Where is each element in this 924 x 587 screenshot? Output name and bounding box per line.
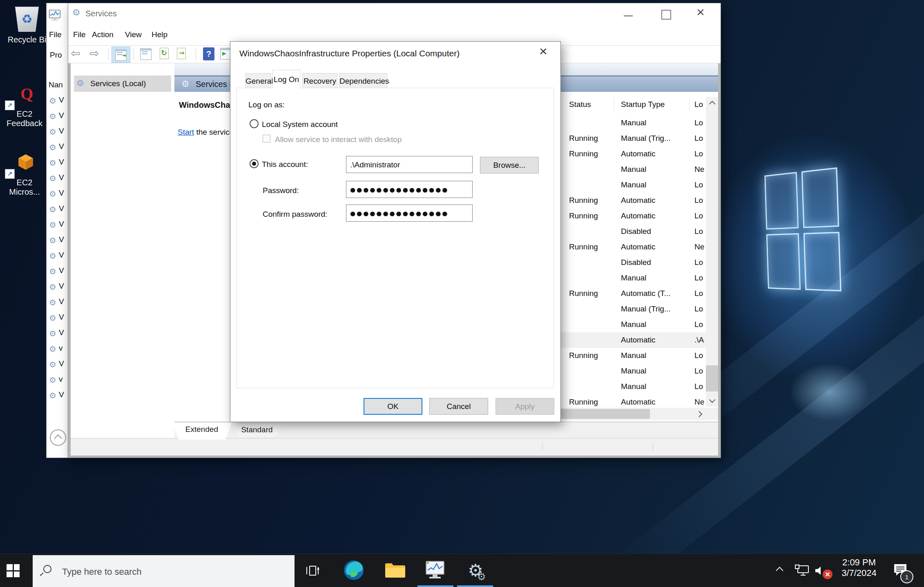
list-item[interactable]: ⚙V — [47, 313, 68, 328]
list-item[interactable]: ⚙V — [47, 251, 68, 266]
vertical-scrollbar[interactable] — [706, 97, 718, 407]
perfmon-window-icon — [48, 9, 62, 22]
desktop-icon-ec2-feedback[interactable]: Q ↗ EC2 Feedback — [2, 86, 47, 128]
show-hide-console-tree-button[interactable]: ◄ — [112, 47, 130, 63]
allow-desktop-checkbox[interactable] — [263, 135, 270, 142]
start-button[interactable] — [7, 564, 20, 577]
task-view-button[interactable] — [305, 564, 320, 578]
list-item[interactable]: ⚙V — [47, 158, 68, 173]
browse-button[interactable]: Browse... — [480, 157, 539, 173]
allow-desktop-label: Allow service to interact with desktop — [275, 135, 402, 144]
close-button[interactable]: × — [696, 4, 705, 20]
column-header-logon-as[interactable]: Lo — [694, 100, 703, 109]
service-gear-icon: ⚙ — [49, 205, 56, 214]
tab-dependencies[interactable]: Dependencies — [339, 73, 387, 89]
background-window[interactable]: File Pro Nan ⚙V ⚙V ⚙V ⚙V ⚙V ⚙V ⚙V — [46, 3, 68, 458]
list-item[interactable]: ⚙V — [47, 297, 68, 313]
console-tree-icon: ◄ — [115, 49, 127, 61]
export-list-icon: → — [177, 48, 186, 59]
scroll-right-button[interactable] — [694, 408, 706, 420]
dialog-title: WindowsChaosInfrastructure Properties (L… — [239, 49, 460, 58]
clock[interactable]: 2:09 PM 3/7/2024 — [837, 557, 882, 578]
tab-recovery[interactable]: Recovery — [302, 73, 337, 89]
refresh-icon: ↻ — [160, 48, 169, 59]
menu-help[interactable]: Help — [152, 30, 167, 39]
column-header-status[interactable]: Status — [569, 100, 591, 109]
local-system-label: Local System account — [262, 120, 338, 129]
forward-icon[interactable]: ⇨ — [89, 47, 99, 60]
apply-button[interactable]: Apply — [495, 398, 554, 415]
menu-file[interactable]: File — [73, 30, 86, 39]
column-header-startup-type[interactable]: Startup Type — [621, 100, 665, 109]
back-window-file-menu[interactable]: File — [49, 30, 62, 39]
tree-item-services-local[interactable]: ⚙ Services (Local) — [74, 76, 171, 92]
ok-button[interactable]: OK — [364, 398, 422, 415]
list-item[interactable]: ⚙V — [47, 96, 68, 111]
cancel-button[interactable]: Cancel — [429, 398, 488, 415]
desktop-icon-recycle-bin[interactable]: ♻ Recycle Bi — [6, 6, 48, 44]
list-item[interactable]: ⚙V — [47, 390, 68, 406]
list-item[interactable]: ⚙V — [47, 142, 68, 158]
perfmon-taskbar-button[interactable] — [424, 560, 446, 581]
tab-extended[interactable]: Extended — [172, 423, 232, 440]
network-tray-icon[interactable] — [795, 565, 810, 577]
help-button[interactable]: ? — [203, 47, 214, 60]
tab-log-on[interactable]: Log On — [272, 70, 300, 89]
menu-action[interactable]: Action — [92, 30, 114, 39]
services-titlebar[interactable]: ⚙ Services × — [68, 3, 721, 24]
minimize-button[interactable] — [624, 16, 633, 16]
properties-button[interactable] — [140, 48, 152, 60]
back-window-service-list: ⚙V ⚙V ⚙V ⚙V ⚙V ⚙V ⚙V ⚙V ⚙V ⚙V — [47, 96, 68, 406]
this-account-radio[interactable] — [250, 159, 259, 168]
start-service-link[interactable]: Start — [178, 128, 194, 136]
list-item[interactable]: ⚙V — [47, 127, 68, 142]
scroll-down-button[interactable] — [706, 394, 718, 407]
account-input[interactable]: .\Administrator — [346, 156, 473, 173]
list-item[interactable]: ⚙V — [47, 189, 68, 204]
start-service-button[interactable]: ▶ — [220, 48, 230, 60]
scroll-up-rosette-button[interactable] — [50, 429, 66, 446]
file-explorer-button[interactable] — [384, 562, 406, 578]
list-item[interactable]: ⚙v — [47, 344, 68, 359]
shortcut-arrow-icon: ↗ — [5, 169, 15, 179]
local-system-radio[interactable] — [250, 119, 259, 128]
list-item[interactable]: ⚙V — [47, 173, 68, 189]
search-icon — [43, 565, 51, 573]
edge-taskbar-button[interactable] — [343, 560, 364, 581]
tab-standard[interactable]: Standard — [232, 424, 282, 437]
back-window-name-column-header[interactable]: Nan — [49, 80, 63, 89]
refresh-button[interactable]: ↻ — [160, 48, 169, 59]
service-gear-icon: ⚙ — [49, 236, 56, 245]
list-item[interactable]: ⚙V — [47, 328, 68, 344]
tab-general[interactable]: General — [245, 73, 271, 89]
list-item[interactable]: ⚙V — [47, 220, 68, 235]
list-item[interactable]: ⚙V — [47, 111, 68, 127]
maximize-button[interactable] — [661, 10, 671, 20]
export-list-button[interactable]: → — [177, 48, 186, 59]
tray-chevron-button[interactable] — [777, 566, 782, 573]
scroll-up-button[interactable] — [706, 97, 718, 109]
service-gear-icon: ⚙ — [49, 142, 56, 152]
list-item[interactable]: ⚙V — [47, 266, 68, 282]
desktop-icon-ec2-microsoft[interactable]: ↗ EC2 Micros... — [2, 153, 47, 197]
list-item[interactable]: ⚙V — [47, 235, 68, 251]
notification-badge: 1 — [900, 570, 913, 583]
perfmon-icon — [424, 560, 446, 581]
service-gear-icon: ⚙ — [49, 298, 56, 307]
scrollbar-thumb[interactable] — [706, 365, 718, 391]
services-taskbar-button[interactable]: ⚙ ⚙ — [463, 559, 488, 583]
list-item[interactable]: ⚙V — [47, 204, 68, 220]
password-input[interactable]: ●●●●●●●●●●●●●●● — [346, 181, 473, 198]
date-text: 3/7/2024 — [837, 568, 882, 578]
list-item[interactable]: ⚙V — [47, 282, 68, 297]
mute-badge-icon: ✕ — [823, 569, 832, 579]
taskbar-search[interactable] — [33, 555, 295, 587]
list-item[interactable]: ⚙v — [47, 375, 68, 390]
search-input[interactable] — [61, 555, 288, 587]
list-item[interactable]: ⚙V — [47, 359, 68, 375]
back-window-toolbar-text[interactable]: Pro — [50, 51, 62, 60]
confirm-password-input[interactable]: ●●●●●●●●●●●●●●● — [346, 205, 473, 222]
dialog-close-icon[interactable]: × — [539, 43, 547, 59]
menu-view[interactable]: View — [125, 30, 142, 39]
back-icon[interactable]: ⇦ — [71, 47, 80, 60]
